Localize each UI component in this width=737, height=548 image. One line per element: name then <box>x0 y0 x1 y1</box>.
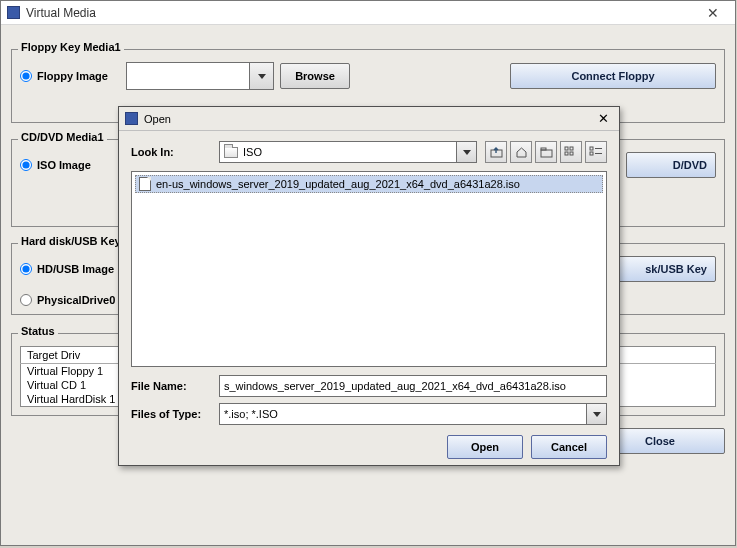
window-title: Virtual Media <box>26 6 96 20</box>
physical-drive-radio-label[interactable]: PhysicalDrive0 <box>20 294 130 306</box>
hdusb-group-title: Hard disk/USB Key <box>18 235 124 247</box>
chevron-down-icon <box>593 412 601 417</box>
filetype-input[interactable]: *.iso; *.ISO <box>219 403 587 425</box>
open-dialog: Open ✕ Look In: ISO <box>118 106 620 466</box>
file-icon <box>139 177 151 191</box>
floppy-path-combo[interactable] <box>126 62 274 90</box>
connect-cddvd-button[interactable]: D/DVD <box>626 152 716 178</box>
list-view-icon[interactable] <box>560 141 582 163</box>
status-group-title: Status <box>18 325 58 337</box>
filetype-dropdown[interactable] <box>587 403 607 425</box>
open-dialog-icon <box>125 112 138 125</box>
floppy-path-input[interactable] <box>126 62 250 90</box>
svg-rect-4 <box>570 147 573 150</box>
connect-hdusb-button[interactable]: sk/USB Key <box>616 256 716 282</box>
floppy-path-dropdown[interactable] <box>250 62 274 90</box>
hdusb-image-radio[interactable] <box>20 263 32 275</box>
file-item-selected[interactable]: en-us_windows_server_2019_updated_aug_20… <box>135 175 603 193</box>
floppy-browse-button[interactable]: Browse <box>280 63 350 89</box>
lookin-label: Look In: <box>131 146 211 158</box>
svg-rect-2 <box>541 148 546 150</box>
file-dialog-toolbar <box>485 141 607 163</box>
filename-label: File Name: <box>131 380 211 392</box>
floppy-group-title: Floppy Key Media1 <box>18 41 124 53</box>
hdusb-image-radio-label[interactable]: HD/USB Image <box>20 263 130 275</box>
details-view-icon[interactable] <box>585 141 607 163</box>
filetype-label: Files of Type: <box>131 408 211 420</box>
connect-floppy-button[interactable]: Connect Floppy <box>510 63 716 89</box>
new-folder-icon[interactable] <box>535 141 557 163</box>
chevron-down-icon <box>463 150 471 155</box>
svg-rect-9 <box>590 152 593 155</box>
file-list[interactable]: en-us_windows_server_2019_updated_aug_20… <box>131 171 607 367</box>
open-dialog-titlebar: Open ✕ <box>119 107 619 131</box>
chevron-down-icon <box>258 74 266 79</box>
svg-rect-3 <box>565 147 568 150</box>
window-close-button[interactable]: ✕ <box>697 3 729 23</box>
iso-image-radio[interactable] <box>20 159 32 171</box>
svg-rect-5 <box>565 152 568 155</box>
iso-image-radio-label[interactable]: ISO Image <box>20 159 120 171</box>
up-folder-icon[interactable] <box>485 141 507 163</box>
lookin-input[interactable]: ISO <box>219 141 457 163</box>
open-dialog-title: Open <box>144 113 171 125</box>
cddvd-group-title: CD/DVD Media1 <box>18 131 107 143</box>
cancel-button[interactable]: Cancel <box>531 435 607 459</box>
lookin-dropdown[interactable] <box>457 141 477 163</box>
titlebar: Virtual Media ✕ <box>1 1 735 25</box>
folder-icon <box>224 147 238 158</box>
svg-rect-6 <box>570 152 573 155</box>
svg-rect-7 <box>590 147 593 150</box>
filename-input[interactable] <box>219 375 607 397</box>
lookin-combo[interactable]: ISO <box>219 141 477 163</box>
physical-drive-radio[interactable] <box>20 294 32 306</box>
svg-rect-1 <box>541 150 552 157</box>
floppy-image-radio[interactable] <box>20 70 32 82</box>
filetype-combo[interactable]: *.iso; *.ISO <box>219 403 607 425</box>
open-button[interactable]: Open <box>447 435 523 459</box>
app-icon <box>7 6 20 19</box>
home-icon[interactable] <box>510 141 532 163</box>
floppy-image-radio-label[interactable]: Floppy Image <box>20 70 120 82</box>
open-dialog-close-button[interactable]: ✕ <box>593 110 613 128</box>
